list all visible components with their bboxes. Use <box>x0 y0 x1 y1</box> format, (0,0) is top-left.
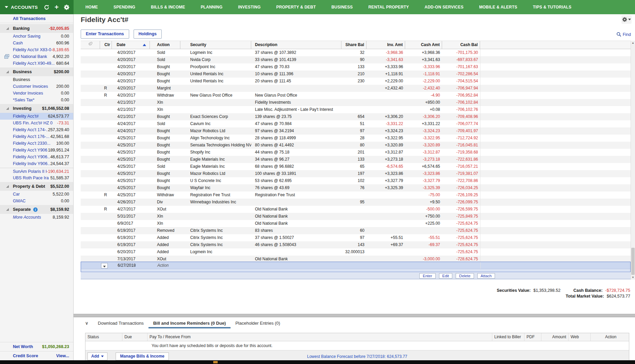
security-column-header[interactable]: Security <box>180 41 251 49</box>
collapse-triangle-icon[interactable] <box>6 208 9 211</box>
sidebar-item[interactable]: Separate i $8,159.92 <box>0 205 73 214</box>
vertical-scrollbar[interactable]: ▲ ▼ <box>631 41 635 280</box>
entry-action-button[interactable]: Enter <box>419 273 436 279</box>
table-row[interactable]: 4/24/2017 Sold Cavium Inc 47 shares @ 70… <box>81 120 631 127</box>
sidebar-item-all-transactions[interactable]: All Transactions <box>0 14 73 23</box>
table-row[interactable]: 4/25/2017 Sold Eagle Materials Inc 68 sh… <box>81 163 631 170</box>
sidebar-item[interactable]: Fidelity Acc't# i 624,573.77 <box>0 113 73 120</box>
nav-item[interactable]: BILLS & INCOME <box>143 5 193 9</box>
sidebar-item[interactable]: Fidelity Acc't# X83-0... i -8,189.65 <box>0 46 73 53</box>
table-row[interactable]: 4/25/2017 Bought Mazor Robotics Ltd 100 … <box>81 170 631 177</box>
pdf-column-header[interactable]: PDF <box>524 333 541 341</box>
bottom-panel-tab[interactable]: Download Transactions <box>93 320 148 328</box>
table-row[interactable]: 4/25/2017 Bought Align Techonology Inc 2… <box>81 135 631 142</box>
table-row[interactable]: 4/25/2017 Bought Sensata Technologies Ho… <box>81 142 631 149</box>
table-row[interactable]: 4/25/2017 Bought U S Concrete Inc 53 sha… <box>81 177 631 184</box>
nav-item[interactable]: PROPERTY & DEBT <box>269 5 324 9</box>
table-row[interactable]: R 4/27/2017 XOut Old National Bank -500.… <box>81 206 631 213</box>
sidebar-item[interactable]: Cash i 600.96 <box>0 40 73 46</box>
sidebar-item[interactable]: More Accounts i 8,159.92 <box>0 214 73 221</box>
table-row[interactable]: 4/20/2017 Sold Nvida Corp 33 shares @ 10… <box>81 56 631 63</box>
nav-item[interactable]: HOME <box>78 5 106 9</box>
sidebar-item[interactable]: Customer Invoices i 200.00 <box>0 83 73 90</box>
net-worth-row[interactable]: Net Worth $1,050,268.23 <box>0 342 73 351</box>
entry-date-field[interactable]: 6/27/2018 <box>112 262 150 269</box>
cash-amt-column-header[interactable]: Cash Amt <box>405 41 442 49</box>
collapse-triangle-icon[interactable] <box>6 185 9 188</box>
sidebar-item[interactable]: Business i $200.00 <box>0 67 73 76</box>
info-icon[interactable]: i <box>33 207 38 212</box>
bottom-panel-tab[interactable]: Placeholder Entries (0) <box>231 320 285 328</box>
entry-action-button[interactable]: Delete <box>456 273 474 279</box>
scrollbar-thumb[interactable] <box>631 248 635 275</box>
sidebar-item[interactable]: Fidelity Acc't 176-... i 42,561.68 <box>0 133 73 140</box>
sidebar-item[interactable]: Fidelity Acc't Y906... i 46,613.77 <box>0 154 73 160</box>
inv-amt-column-header[interactable]: Inv. Amt <box>366 41 405 49</box>
bottom-panel-tab[interactable]: Bill and Income Reminders (0 Due) <box>148 320 231 328</box>
gear-icon[interactable] <box>64 4 70 10</box>
scroll-up-icon[interactable]: ▲ <box>631 41 635 45</box>
table-row[interactable]: 6/9/2017 XIn Old National Bank +225.00 -… <box>81 220 631 227</box>
table-row[interactable]: R 4/20/2017 Withdraw New Glarus Post Off… <box>81 92 631 99</box>
share-bal-column-header[interactable]: Share Bal <box>341 41 366 49</box>
nav-item[interactable]: RENTAL PROPERTY <box>360 5 417 9</box>
sidebar-item[interactable]: Investing i $1,046,552.08 <box>0 104 73 113</box>
table-row[interactable]: 4/20/2017 Bought United Rentals Inc 20 s… <box>81 78 631 85</box>
nav-item[interactable]: SPENDING <box>106 5 143 9</box>
table-row[interactable]: 4/25/2017 Bought Wayfair Inc 76 shares @… <box>81 184 631 191</box>
attachment-column-header[interactable] <box>81 41 100 49</box>
sidebar-item[interactable]: Car i 5,522.00 <box>0 191 73 198</box>
entry-action-field[interactable]: Action <box>150 262 181 269</box>
scroll-down-icon[interactable]: ▼ <box>631 275 635 280</box>
action-column-header[interactable]: Action <box>591 333 629 341</box>
credit-score-view-link[interactable]: View... <box>56 353 69 358</box>
table-row[interactable]: 4/20/2017 Bought Proofpoint Inc 47 share… <box>81 63 631 70</box>
lowest-balance-forecast-link[interactable]: Lowest Balance Forecast before 7/27/2018… <box>85 354 629 359</box>
sidebar-item[interactable]: Vendor Invoices i 0.00 <box>0 90 73 97</box>
table-row[interactable]: 6/19/2017 Added Citrix Systems Inc 37 sh… <box>81 234 631 241</box>
sidebar-item[interactable]: Business i <box>0 76 73 83</box>
sidebar-item[interactable]: GMAC i 0.00 <box>0 198 73 204</box>
sidebar-item[interactable]: Fidelity Acc't X90-49... i 680.64 <box>0 60 73 67</box>
table-row[interactable]: 4/21/2017 XIn Late Misc. Adjkustment - L… <box>81 106 631 113</box>
sidebar-item[interactable]: Fidelity Acc't 174-... i 257,329.40 <box>0 126 73 133</box>
register-settings-button[interactable] <box>621 15 632 24</box>
collapse-panel-icon[interactable]: ∨ <box>85 321 88 326</box>
accounts-dropdown-icon[interactable] <box>5 6 8 8</box>
refresh-icon[interactable] <box>44 4 49 10</box>
nav-item[interactable]: BUSINESS <box>323 5 360 9</box>
collapse-triangle-icon[interactable] <box>6 27 9 30</box>
table-row[interactable]: 4/24/2017 Bought Mazor Robotics Ltd 97 s… <box>81 127 631 135</box>
table-row[interactable]: 4/21/2017 Bought Exact Sciences Corp 139… <box>81 113 631 120</box>
panel-splitter-handle[interactable] <box>74 314 635 317</box>
collapse-triangle-icon[interactable] <box>6 107 9 110</box>
linked-biller-column-header[interactable]: Linked to Biller <box>492 333 524 341</box>
nav-item[interactable]: TIPS & TUTORIALS <box>525 5 579 9</box>
find-button[interactable]: Find <box>616 32 631 37</box>
nav-item[interactable]: ADD-ON SERVICES <box>417 5 471 9</box>
cash-bal-column-header[interactable]: Cash Bal <box>442 41 480 49</box>
due-column-header[interactable]: Due <box>122 333 147 341</box>
sidebar-item[interactable]: UBS Fin. Acc't# HZ 0 i -73.31 <box>0 120 73 126</box>
taskbar-app-icon[interactable] <box>213 361 218 363</box>
table-row[interactable]: 4/20/2017 Bought United Rentals Inc 10 s… <box>81 70 631 78</box>
web-column-header[interactable]: Web <box>569 333 591 341</box>
sidebar-item[interactable]: Fidelity Indiv Y906... i 24,544.37 <box>0 160 73 167</box>
sidebar-item[interactable]: UBS Roth Pace Ira ... i 51,585.37 <box>0 175 73 181</box>
status-column-header[interactable]: Status <box>85 333 122 341</box>
entry-action-button[interactable]: Attach <box>477 273 495 279</box>
nav-item[interactable]: PLANNING <box>193 5 230 9</box>
sidebar-item[interactable]: Fidelity Acc't Y906... i 189,951.24 <box>0 147 73 154</box>
sidebar-item[interactable]: Anchor Saving i 0.00 <box>0 33 73 40</box>
table-row[interactable]: 4/25/2017 Bought Eagle Materials Inc 34 … <box>81 156 631 163</box>
payto-column-header[interactable]: Pay To / Receive From <box>147 333 492 341</box>
sidebar-item[interactable]: *Sales Tax* i 0.00 <box>0 97 73 103</box>
clr-dropdown-button[interactable] <box>101 263 108 268</box>
sidebar-item[interactable]: Property & Debt i $5,522.00 <box>0 182 73 191</box>
nav-item[interactable]: MOBILE & ALERTS <box>471 5 525 9</box>
table-row[interactable]: 4/25/2017 Bought Shopify Inc 44 shares @… <box>81 149 631 156</box>
table-row[interactable]: 4/20/2017 Sold Logmein Inc 37 shares @ 1… <box>81 49 631 56</box>
credit-score-row[interactable]: Credit Score View... <box>0 351 73 360</box>
holdings-button[interactable]: Holdings <box>134 29 162 39</box>
accounts-label[interactable]: ACCOUNTS <box>11 5 38 10</box>
